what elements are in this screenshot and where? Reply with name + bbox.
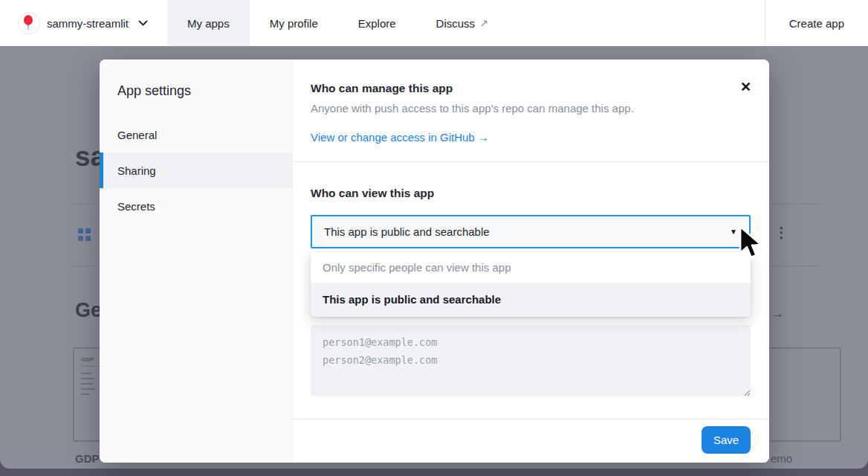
viewer-access-dropdown: Only specific people can view this app T… xyxy=(311,252,751,317)
select-value: This app is public and searchable xyxy=(324,225,490,238)
app-caption-fragment: emo xyxy=(771,452,792,465)
tab-label: My profile xyxy=(270,17,318,30)
close-icon[interactable]: ✕ xyxy=(740,80,751,94)
view-section-heading: Who can view this app xyxy=(311,187,434,200)
tab-label: My apps xyxy=(187,17,230,30)
manage-section-heading: Who can manage this app xyxy=(311,82,453,95)
dropdown-option-public-searchable[interactable]: This app is public and searchable xyxy=(311,283,751,317)
sidebar-item-label: Sharing xyxy=(117,164,156,177)
top-navbar: sammy-streamlit My apps My profile Explo… xyxy=(0,0,868,46)
manage-section-description: Anyone with push access to this app's re… xyxy=(311,102,634,115)
external-link-icon: ↗ xyxy=(479,17,488,29)
viewer-emails-textarea[interactable] xyxy=(311,325,751,396)
viewer-access-select[interactable]: This app is public and searchable ▼ xyxy=(311,215,751,248)
save-button[interactable]: Save xyxy=(702,426,751,454)
app-settings-modal: App settings General Sharing Secrets ✕ W… xyxy=(100,60,769,463)
create-app-label: Create app xyxy=(789,17,844,30)
tab-label: Discuss xyxy=(436,17,476,30)
tab-my-apps[interactable]: My apps xyxy=(167,0,250,46)
create-app-button[interactable]: Create app xyxy=(765,0,868,46)
modal-title: App settings xyxy=(100,60,292,117)
code-preview xyxy=(81,373,95,395)
nav-tabs: My apps My profile Explore Discuss ↗ xyxy=(167,0,508,46)
tab-my-profile[interactable]: My profile xyxy=(250,0,338,46)
sidebar-item-label: General xyxy=(117,129,157,141)
modal-content: ✕ Who can manage this app Anyone with pu… xyxy=(293,60,769,463)
footer-divider xyxy=(293,419,769,419)
tab-discuss[interactable]: Discuss ↗ xyxy=(416,0,508,46)
github-access-link[interactable]: View or change access in GitHub → xyxy=(311,131,489,144)
caret-down-icon: ▼ xyxy=(730,228,737,236)
section-divider xyxy=(293,161,769,162)
arrow-right-icon: → xyxy=(771,306,784,321)
sidebar-item-general[interactable]: General xyxy=(100,117,292,152)
workspace-name: sammy-streamlit xyxy=(47,17,129,30)
tab-explore[interactable]: Explore xyxy=(338,0,416,46)
balloon-icon xyxy=(18,12,40,34)
sidebar-item-secrets[interactable]: Secrets xyxy=(100,188,292,224)
app-caption-fragment: GDP xyxy=(75,452,100,465)
dropdown-option-specific-people[interactable]: Only specific people can view this app xyxy=(311,252,751,283)
modal-sidebar: App settings General Sharing Secrets xyxy=(100,60,293,463)
chevron-down-icon xyxy=(138,20,148,26)
workspace-switcher[interactable]: sammy-streamlit xyxy=(0,0,148,46)
kebab-menu-icon: ⋮ xyxy=(774,225,788,239)
sidebar-item-sharing[interactable]: Sharing xyxy=(100,152,292,188)
apps-grid-icon xyxy=(78,228,91,241)
tab-label: Explore xyxy=(358,17,396,30)
sidebar-item-label: Secrets xyxy=(117,200,155,213)
